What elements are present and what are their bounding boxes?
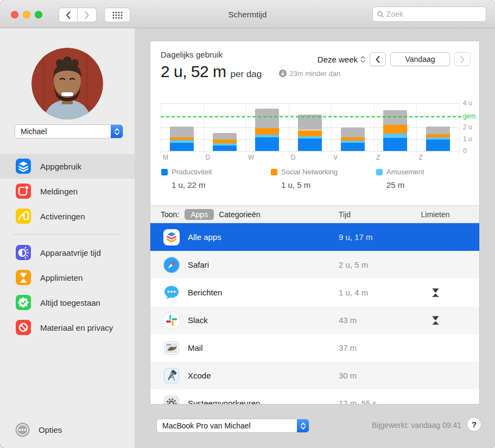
table-row[interactable]: Safari2 u, 5 m (150, 251, 479, 279)
chart-bar-segment (213, 133, 237, 140)
sidebar-item-label: Applimieten (40, 273, 82, 282)
app-time: 12 m, 55 s (339, 399, 377, 405)
usage-panel: Dagelijks gebruik 2 u, 52 m per dag 23m … (150, 41, 480, 405)
chevron-right-icon (460, 56, 465, 63)
sidebar-item-notifications[interactable]: Meldingen (0, 179, 135, 204)
table-row[interactable]: Berichten1 u, 4 m (150, 279, 479, 306)
app-time: 1 u, 4 m (339, 288, 368, 297)
mail-icon (162, 339, 181, 357)
app-time: 37 m (339, 343, 357, 352)
period-controls: Deze week Vandaag (318, 52, 471, 66)
titlebar: Schermtijd (0, 0, 495, 28)
app-name: Alle apps (188, 232, 221, 242)
app-name: Berichten (188, 288, 222, 297)
chart-day-label: W (248, 154, 254, 161)
legend-swatch (271, 169, 277, 175)
table-row[interactable]: Alle apps9 u, 17 m (150, 223, 479, 251)
messages-icon (162, 283, 181, 302)
usage-suffix: per dag (231, 69, 262, 80)
sidebar-item-label: Meldingen (40, 187, 78, 196)
chart-bar-segment (383, 110, 407, 124)
chart-gridline (331, 103, 332, 154)
previous-period-button[interactable] (370, 52, 386, 66)
usage-delta: 23m minder dan (279, 70, 340, 78)
chart-bar-segment (383, 134, 407, 138)
segment-categories[interactable]: Categorieën (219, 210, 260, 219)
app-name: Slack (188, 316, 208, 325)
hourglass-icon (411, 316, 460, 325)
table-row[interactable]: Slack43 m (150, 306, 479, 334)
legend-swatch (161, 169, 168, 175)
chart-gridline (289, 103, 289, 154)
app-name: Mail (188, 343, 203, 352)
user-selector-value: Michael (15, 127, 111, 136)
app-time: 43 m (339, 316, 357, 325)
sidebar-item-always-allowed[interactable]: Altijd toegestaan (0, 290, 135, 315)
legend-item: Amusement 25 m (376, 168, 424, 190)
chart-bar-segment (341, 143, 365, 151)
chart-gridline (161, 139, 459, 140)
usage-label: Dagelijks gebruik (161, 50, 340, 59)
sidebar-item-content-privacy[interactable]: Materiaal en privacy (0, 315, 135, 340)
table-row[interactable]: Xcode30 m (150, 362, 479, 389)
show-label: Toon: (161, 210, 179, 219)
chart-bar-segment (341, 128, 365, 137)
app-name: Safari (188, 260, 209, 269)
options-button[interactable]: Opties (15, 422, 62, 437)
column-header-limits: Limieten (411, 210, 460, 219)
sidebar-item-downtime[interactable]: Apparaatvrije tijd (0, 240, 135, 265)
segment-apps[interactable]: Apps (185, 209, 214, 220)
column-header-time: Tijd (339, 210, 351, 219)
chart-gridline (204, 103, 204, 154)
chart-bar-segment (426, 137, 450, 140)
updated-status: Bijgewerkt: vandaag 09:41 (372, 421, 461, 430)
chart-gridline (161, 127, 459, 128)
screen-time-window: Schermtijd (0, 0, 495, 448)
search-input[interactable] (386, 10, 481, 18)
chart-bar-segment (170, 137, 194, 141)
app-usage-table: Alle apps9 u, 17 m Safari2 u, 5 m Berich… (150, 223, 479, 405)
app-limits-icon (15, 269, 31, 286)
next-period-button[interactable] (454, 52, 471, 66)
chart-gridline (416, 103, 417, 154)
chart-bar-segment (298, 115, 322, 130)
sidebar-item-label: Apparaatvrije tijd (40, 248, 101, 257)
chart-bar-segment (383, 125, 407, 134)
chart-bar-segment (255, 109, 279, 128)
hourglass-icon (411, 288, 460, 297)
sidebar-item-app-usage[interactable]: Appgebruik (0, 154, 135, 179)
sidebar-item-label: Altijd toegestaan (40, 298, 100, 307)
help-button[interactable]: ? (467, 417, 481, 432)
chart-gridline (161, 151, 459, 152)
table-row[interactable]: Mail37 m (150, 334, 479, 362)
table-header-bar: Toon: Apps Categorieën Tijd Limieten (150, 205, 479, 223)
chart-ytick: 2 u (463, 123, 472, 131)
chart-day-label: M (163, 154, 168, 161)
user-selector[interactable]: Michael (15, 124, 123, 138)
table-row[interactable]: Systeemvoorkeuren12 m, 55 s (150, 389, 479, 405)
chart-bar-segment (426, 134, 450, 137)
app-time: 30 m (339, 371, 357, 380)
chart-average-label: gem. (463, 112, 478, 120)
legend-item: Productiviteit 1 u, 22 m (161, 168, 212, 190)
legend-time: 1 u, 5 m (281, 180, 338, 190)
notifications-icon (15, 183, 31, 199)
legend-name: Productiviteit (172, 168, 212, 176)
sidebar-item-pickups[interactable]: Activeringen (0, 204, 135, 229)
legend-time: 1 u, 22 m (172, 180, 212, 190)
period-selector[interactable]: Deze week (318, 55, 365, 64)
period-selector-value: Deze week (318, 55, 358, 64)
usage-value: 2 u, 52 m (161, 62, 226, 81)
chart-day-label: D (291, 154, 296, 161)
device-selector[interactable]: MacBook Pro van Michael (156, 419, 309, 433)
chart-ytick: 4 u (463, 99, 472, 107)
chart-bar-segment (341, 141, 365, 142)
avatar (31, 48, 103, 119)
chart-bar-segment (255, 135, 279, 137)
search-icon (377, 11, 384, 18)
today-button[interactable]: Vandaag (390, 52, 450, 66)
search-field[interactable] (372, 7, 486, 22)
legend-name: Social Networking (281, 168, 338, 176)
sidebar-item-app-limits[interactable]: Applimieten (0, 265, 135, 290)
chart-gridline (246, 103, 246, 154)
